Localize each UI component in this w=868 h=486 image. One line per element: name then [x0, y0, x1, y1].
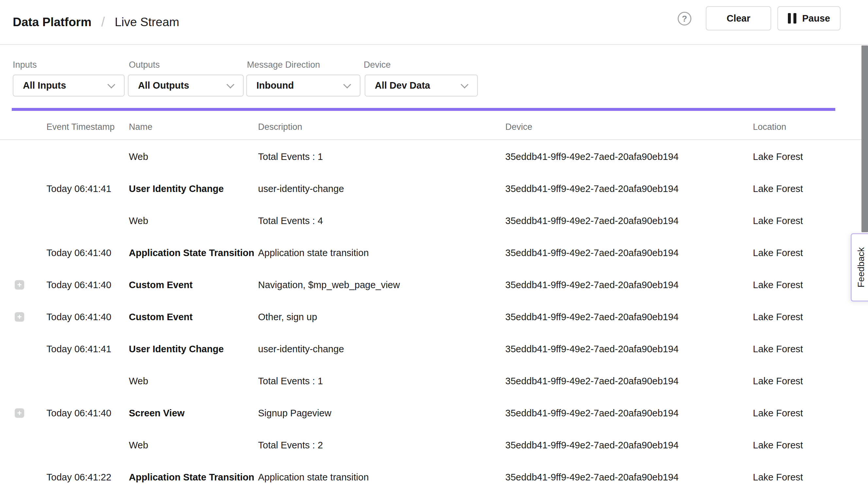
event-timestamp-cell: Today 06:41:41 — [46, 344, 111, 355]
event-description-cell: Total Events : 1 — [258, 376, 323, 387]
column-header-name: Name — [129, 122, 152, 132]
location-cell: Lake Forest — [753, 408, 803, 419]
scrollbar-thumb[interactable] — [862, 45, 868, 232]
inputs-dropdown-value: All Inputs — [13, 80, 66, 91]
event-timestamp-cell: Today 06:41:40 — [46, 408, 111, 419]
feedback-tab[interactable]: Feedback — [851, 233, 868, 302]
breadcrumb-separator: / — [101, 15, 105, 29]
message-direction-filter-label: Message Direction — [247, 60, 320, 70]
location-cell: Lake Forest — [753, 280, 803, 291]
device-id-cell: 35eddb41-9ff9-49e2-7aed-20afa90eb194 — [505, 280, 679, 291]
location-cell: Lake Forest — [753, 215, 803, 226]
pause-icon — [788, 13, 796, 24]
expand-row-icon[interactable]: + — [15, 408, 24, 418]
inputs-filter-label: Inputs — [13, 60, 37, 70]
inputs-dropdown[interactable]: All Inputs — [13, 74, 125, 96]
table-row: Today 06:41:41User Identity Changeuser-i… — [0, 333, 868, 365]
outputs-filter-label: Outputs — [129, 60, 160, 70]
table-row: WebTotal Events : 235eddb41-9ff9-49e2-7a… — [0, 429, 868, 461]
chevron-down-icon — [461, 81, 468, 88]
location-cell: Lake Forest — [753, 183, 803, 194]
table-row: WebTotal Events : 135eddb41-9ff9-49e2-7a… — [0, 141, 868, 173]
feedback-tab-label: Feedback — [856, 247, 866, 287]
event-description-cell: Signup Pageview — [258, 408, 331, 419]
event-name-cell[interactable]: User Identity Change — [129, 344, 224, 355]
table-row: WebTotal Events : 435eddb41-9ff9-49e2-7a… — [0, 205, 868, 237]
event-timestamp-cell: Today 06:41:40 — [46, 248, 111, 259]
device-filter-label: Device — [364, 60, 391, 70]
device-id-cell: 35eddb41-9ff9-49e2-7aed-20afa90eb194 — [505, 183, 679, 194]
table-header: Event Timestamp Name Description Device … — [0, 111, 868, 140]
column-header-device: Device — [505, 122, 532, 132]
table-row: Today 06:41:41User Identity Changeuser-i… — [0, 173, 868, 205]
help-glyph: ? — [682, 14, 687, 24]
page-title: Live Stream — [115, 16, 179, 29]
column-header-location: Location — [753, 122, 786, 132]
chevron-down-icon — [226, 81, 234, 88]
event-name-cell[interactable]: Custom Event — [129, 312, 193, 323]
pause-button-label: Pause — [802, 13, 830, 24]
table-row: +Today 06:41:40Custom EventOther, sign u… — [0, 301, 868, 333]
event-name-cell[interactable]: User Identity Change — [129, 183, 224, 194]
outputs-dropdown[interactable]: All Outputs — [128, 74, 244, 96]
table-row: WebTotal Events : 135eddb41-9ff9-49e2-7a… — [0, 365, 868, 397]
location-cell: Lake Forest — [753, 472, 803, 483]
location-cell: Lake Forest — [753, 376, 803, 387]
table-row: Today 06:41:22Application State Transiti… — [0, 461, 868, 486]
device-id-cell: 35eddb41-9ff9-49e2-7aed-20afa90eb194 — [505, 248, 679, 259]
column-header-description: Description — [258, 122, 302, 132]
event-name-cell[interactable]: Custom Event — [129, 280, 193, 291]
column-header-event-timestamp: Event Timestamp — [46, 122, 115, 132]
device-id-cell: 35eddb41-9ff9-49e2-7aed-20afa90eb194 — [505, 344, 679, 355]
event-timestamp-cell: Today 06:41:40 — [46, 312, 111, 323]
event-description-cell: Other, sign up — [258, 312, 317, 323]
chevron-down-icon — [107, 81, 115, 88]
event-name-cell[interactable]: Screen View — [129, 408, 184, 419]
event-name-cell[interactable]: Application State Transition — [129, 472, 254, 483]
event-timestamp-cell: Today 06:41:41 — [46, 183, 111, 194]
event-description-cell: Application state transition — [258, 248, 369, 259]
event-description-cell: Application state transition — [258, 472, 369, 483]
expand-row-icon[interactable]: + — [15, 312, 24, 322]
event-description-cell: Total Events : 1 — [258, 151, 323, 162]
table-row: +Today 06:41:40Screen ViewSignup Pagevie… — [0, 397, 868, 429]
device-id-cell: 35eddb41-9ff9-49e2-7aed-20afa90eb194 — [505, 472, 679, 483]
chevron-down-icon — [343, 81, 351, 88]
location-cell: Lake Forest — [753, 440, 803, 451]
event-name-cell: Web — [129, 215, 148, 226]
device-id-cell: 35eddb41-9ff9-49e2-7aed-20afa90eb194 — [505, 312, 679, 323]
breadcrumb: Data Platform / Live Stream — [13, 0, 179, 44]
device-dropdown[interactable]: All Dev Data — [365, 74, 478, 96]
event-description-cell: Navigation, $mp_web_page_view — [258, 280, 400, 291]
device-id-cell: 35eddb41-9ff9-49e2-7aed-20afa90eb194 — [505, 376, 679, 387]
help-icon[interactable]: ? — [678, 12, 691, 26]
event-name-cell: Web — [129, 440, 148, 451]
location-cell: Lake Forest — [753, 151, 803, 162]
event-description-cell: Total Events : 2 — [258, 440, 323, 451]
clear-button[interactable]: Clear — [706, 6, 771, 30]
message-direction-dropdown[interactable]: Inbound — [246, 74, 361, 96]
device-dropdown-value: All Dev Data — [365, 80, 430, 91]
table-row: +Today 06:41:40Custom EventNavigation, $… — [0, 269, 868, 301]
device-id-cell: 35eddb41-9ff9-49e2-7aed-20afa90eb194 — [505, 151, 679, 162]
location-cell: Lake Forest — [753, 248, 803, 259]
location-cell: Lake Forest — [753, 312, 803, 323]
event-name-cell[interactable]: Application State Transition — [129, 248, 254, 259]
expand-row-icon[interactable]: + — [15, 280, 24, 290]
clear-button-label: Clear — [727, 13, 751, 24]
event-timestamp-cell: Today 06:41:40 — [46, 280, 111, 291]
location-cell: Lake Forest — [753, 344, 803, 355]
event-name-cell: Web — [129, 151, 148, 162]
event-description-cell: Total Events : 4 — [258, 215, 323, 226]
outputs-dropdown-value: All Outputs — [128, 80, 189, 91]
pause-button[interactable]: Pause — [777, 6, 840, 30]
top-bar: Data Platform / Live Stream ? Clear Paus… — [0, 0, 868, 45]
device-id-cell: 35eddb41-9ff9-49e2-7aed-20afa90eb194 — [505, 440, 679, 451]
event-timestamp-cell: Today 06:41:22 — [46, 472, 111, 483]
stream-progress-bar — [12, 108, 835, 111]
event-name-cell: Web — [129, 376, 148, 387]
table-row: Today 06:41:40Application State Transiti… — [0, 237, 868, 269]
breadcrumb-data-platform[interactable]: Data Platform — [13, 16, 92, 29]
event-description-cell: user-identity-change — [258, 183, 344, 194]
event-table-body: WebTotal Events : 135eddb41-9ff9-49e2-7a… — [0, 141, 868, 486]
